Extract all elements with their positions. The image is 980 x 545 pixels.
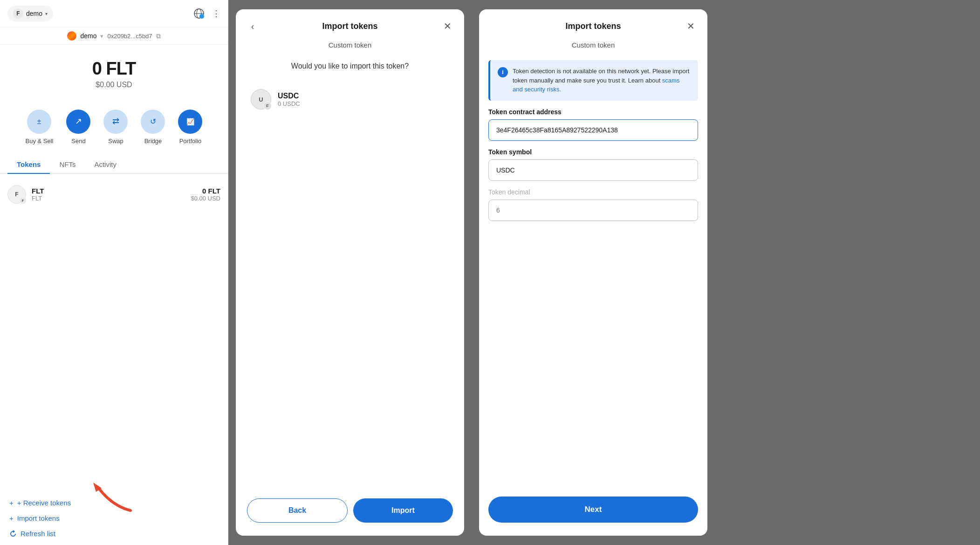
plus-icon: + (9, 499, 14, 507)
buy-sell-label: Buy & Sell (26, 138, 54, 145)
balance-usd: $0.00 USD (96, 81, 132, 89)
back-button[interactable]: ‹ (245, 19, 260, 34)
portfolio-label: Portfolio (179, 138, 202, 145)
account-avatar: F (13, 8, 23, 19)
token-left: F F FLT FLT (7, 185, 44, 204)
tabs-row: Tokens NFTs Activity (0, 156, 228, 174)
token-preview-name: USDC (278, 92, 300, 100)
info-banner: i Token detection is not available on th… (488, 60, 698, 101)
token-preview-badge: F (263, 102, 272, 110)
info-text: Token detection is not available on this… (513, 67, 691, 94)
right-close-button[interactable]: ✕ (683, 19, 698, 34)
send-label: Send (71, 138, 85, 145)
action-links: + + Receive tokens + Import tokens Refre… (0, 491, 228, 545)
wallet-panel: F demo ▾ ⋮ demo ▾ 0x209b2...c5bd7 ⧉ 0 FL… (0, 0, 228, 545)
token-symbol-input[interactable] (488, 159, 698, 181)
symbol-label: Token symbol (488, 148, 698, 156)
contract-address-input[interactable] (488, 119, 698, 141)
modal-subtitle: Custom token (236, 34, 464, 53)
address-bar: demo ▾ 0x209b2...c5bd7 ⧉ (0, 28, 228, 45)
svg-point-3 (199, 14, 204, 19)
right-footer: Next (479, 487, 707, 536)
network-icon (192, 7, 206, 20)
plus-icon-import: + (9, 514, 14, 522)
modal-title: Import tokens (322, 21, 377, 31)
form-section: Token contract address Token symbol Toke… (479, 108, 707, 228)
bridge-button[interactable]: ↺ Bridge (141, 110, 165, 145)
demo-label: demo (80, 32, 96, 40)
token-symbol: FLT (32, 195, 44, 202)
copy-icon[interactable]: ⧉ (156, 32, 161, 40)
account-name: demo (26, 10, 42, 17)
swap-icon: ⇄ (103, 110, 128, 134)
import-tokens-label: Import tokens (17, 514, 60, 522)
svg-text:↗: ↗ (75, 117, 82, 126)
swap-button[interactable]: ⇄ Swap (103, 110, 128, 145)
decimal-label: Token decimal (488, 188, 698, 196)
import-tokens-link[interactable]: + Import tokens (9, 514, 219, 522)
table-row[interactable]: F F FLT FLT 0 FLT $0.00 USD (7, 179, 220, 209)
tab-nfts[interactable]: NFTs (50, 156, 85, 174)
info-icon: i (498, 67, 508, 77)
send-button[interactable]: ↗ Send (66, 110, 90, 145)
portfolio-button[interactable]: 📈 Portfolio (178, 110, 202, 145)
tab-tokens[interactable]: Tokens (7, 156, 50, 174)
right-modal-header: Import tokens ✕ (479, 9, 707, 34)
browser-icon (67, 31, 76, 41)
wallet-header: F demo ▾ ⋮ (0, 0, 228, 28)
chevron-down-icon: ▾ (45, 11, 48, 16)
close-button[interactable]: ✕ (440, 19, 455, 34)
modal-question: Would you like to import this token? (236, 53, 464, 80)
svg-text:↺: ↺ (150, 117, 156, 125)
svg-text:⇄: ⇄ (112, 117, 119, 126)
balance-section: 0 FLT $0.00 USD (0, 45, 228, 98)
wallet-address: 0x209b2...c5bd7 (107, 33, 152, 40)
bridge-label: Bridge (144, 138, 162, 145)
receive-tokens-link[interactable]: + + Receive tokens (9, 499, 219, 507)
more-options-icon[interactable]: ⋮ (212, 8, 220, 19)
contract-label: Token contract address (488, 108, 698, 116)
token-avatar: F F (7, 185, 26, 204)
token-list: F F FLT FLT 0 FLT $0.00 USD (0, 174, 228, 215)
receive-tokens-label: + Receive tokens (17, 499, 71, 507)
refresh-list-label: Refresh list (21, 530, 55, 538)
token-balance: 0 FLT (191, 187, 220, 195)
token-preview-avatar: U F (251, 89, 271, 110)
header-right: ⋮ (192, 6, 220, 21)
token-value: $0.00 USD (191, 195, 220, 202)
right-modal-subtitle: Custom token (479, 34, 707, 53)
network-indicator[interactable] (192, 6, 206, 21)
buy-sell-button[interactable]: ± Buy & Sell (26, 110, 54, 145)
portfolio-icon: 📈 (178, 110, 202, 134)
swap-label: Swap (108, 138, 123, 145)
buy-sell-icon: ± (27, 110, 51, 134)
balance-amount: 0 FLT (92, 59, 136, 79)
send-icon: ↗ (66, 110, 90, 134)
import-btn[interactable]: Import (353, 498, 453, 523)
network-badge: F (19, 197, 27, 204)
token-decimal-input[interactable] (488, 200, 698, 221)
account-pill[interactable]: F demo ▾ (7, 6, 53, 21)
modal-header: ‹ Import tokens ✕ (236, 9, 464, 34)
refresh-icon (9, 530, 17, 538)
token-preview: U F USDC 0 USDC (236, 80, 464, 119)
svg-text:±: ± (37, 117, 41, 125)
token-name: FLT (32, 187, 44, 195)
right-modal-title: Import tokens (565, 21, 621, 31)
token-preview-balance: 0 USDC (278, 100, 300, 107)
back-btn[interactable]: Back (247, 498, 348, 523)
tab-activity[interactable]: Activity (85, 156, 126, 174)
next-button[interactable]: Next (488, 497, 698, 523)
import-form-modal: Import tokens ✕ Custom token i Token det… (479, 9, 707, 536)
svg-text:📈: 📈 (186, 118, 195, 126)
refresh-list-link[interactable]: Refresh list (9, 530, 219, 538)
action-buttons: ± Buy & Sell ↗ Send ⇄ Swap ↺ Bridge 📈 (0, 98, 228, 156)
token-right: 0 FLT $0.00 USD (191, 187, 220, 202)
modal-footer: Back Import (236, 489, 464, 536)
import-confirm-modal: ‹ Import tokens ✕ Custom token Would you… (236, 9, 464, 536)
bridge-icon: ↺ (141, 110, 165, 134)
